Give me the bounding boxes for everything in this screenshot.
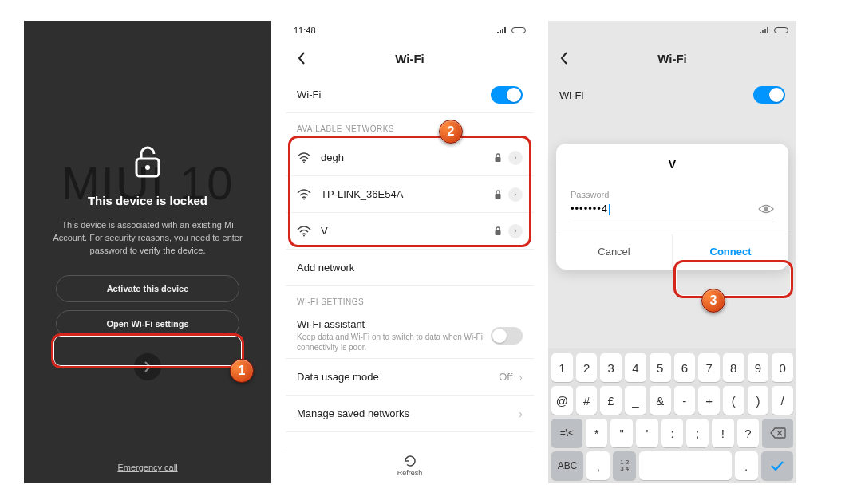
network-row[interactable]: degh › (286, 140, 534, 176)
password-label: Password (571, 190, 774, 199)
key-3[interactable]: 3 (600, 353, 622, 382)
refresh-button[interactable]: Refresh (286, 447, 534, 483)
cancel-button[interactable]: Cancel (556, 234, 673, 270)
keyboard-row-2: @ # £ _ & - + ( ) / (551, 386, 793, 415)
svg-rect-7 (496, 230, 501, 235)
network-row[interactable]: TP-LINK_36E54A › (286, 176, 534, 213)
activate-device-button[interactable]: Activate this device (56, 275, 239, 302)
keyboard-row-3: =\< * " ' : ; ! ? (551, 419, 793, 447)
annotation-badge-2: 2 (439, 120, 463, 144)
data-usage-row[interactable]: Data usage mode Off› (286, 359, 534, 396)
key-rparen[interactable]: ) (748, 386, 769, 415)
key-slash[interactable]: / (772, 386, 793, 415)
wifi-icon (297, 189, 311, 200)
key-hash[interactable]: # (576, 386, 598, 415)
lock-icon (494, 153, 502, 163)
network-name: V (321, 225, 494, 237)
key-dot[interactable]: . (735, 451, 758, 480)
wifi-assistant-toggle[interactable] (491, 327, 523, 345)
wifi-toggle[interactable] (753, 86, 785, 104)
keyboard-row-1: 1 2 3 4 5 6 7 8 9 0 (551, 353, 793, 382)
key-symbols[interactable]: =\< (551, 419, 582, 447)
key-at[interactable]: @ (551, 386, 573, 415)
signal-icon (496, 26, 507, 34)
key-amp[interactable]: & (650, 386, 671, 415)
add-network-row[interactable]: Add network (286, 250, 534, 286)
phone-locked-screen: MIUI 10 This device is locked This devic… (24, 21, 271, 483)
keyboard: 1 2 3 4 5 6 7 8 9 0 @ # £ _ & - + ( ) (548, 348, 796, 483)
svg-point-1 (145, 165, 150, 170)
locked-content: This device is locked This device is ass… (24, 21, 271, 483)
key-semicolon[interactable]: ; (686, 419, 709, 447)
manage-saved-label: Manage saved networks (297, 408, 519, 419)
wifi-toggle-row[interactable]: Wi-Fi (286, 77, 534, 113)
password-dialog: V Password •••••••4 Cancel Connect (556, 144, 788, 270)
key-question[interactable]: ? (737, 419, 760, 447)
header: Wi-Fi (286, 40, 534, 77)
key-9[interactable]: 9 (748, 353, 769, 382)
key-comma[interactable]: , (586, 451, 610, 480)
wifi-assistant-row[interactable]: Wi-Fi assistant Keep data and Wi-Fi on t… (286, 313, 534, 359)
keyboard-row-4: ABC , 1 23 4 . (551, 451, 793, 480)
wifi-toggle-row[interactable]: Wi-Fi (548, 77, 796, 113)
network-row[interactable]: V › (286, 213, 534, 250)
manage-saved-row[interactable]: Manage saved networks › (286, 396, 534, 432)
key-8[interactable]: 8 (723, 353, 744, 382)
key-dquote[interactable]: " (610, 419, 633, 447)
key-enter[interactable] (761, 451, 793, 480)
backspace-icon (770, 427, 786, 439)
refresh-icon (404, 455, 417, 467)
key-underscore[interactable]: _ (625, 386, 646, 415)
battery-icon (774, 27, 788, 33)
dialog-network-name: V (556, 158, 788, 171)
key-excl[interactable]: ! (712, 419, 734, 447)
key-pound[interactable]: £ (600, 386, 622, 415)
phone-password-dialog: Wi-Fi Wi-Fi V Password •••••••4 Cancel C… (548, 21, 796, 483)
show-password-icon[interactable] (758, 203, 774, 215)
key-5[interactable]: 5 (650, 353, 671, 382)
svg-rect-3 (496, 157, 501, 162)
emergency-call-link[interactable]: Emergency call (24, 463, 271, 472)
network-details-button[interactable]: › (508, 187, 523, 202)
svg-point-8 (764, 207, 768, 211)
key-6[interactable]: 6 (674, 353, 696, 382)
battery-icon (511, 27, 526, 33)
data-usage-value: Off (499, 371, 512, 383)
data-usage-label: Data usage mode (297, 371, 499, 383)
lock-icon (494, 226, 502, 236)
key-backspace[interactable] (762, 419, 793, 447)
key-0[interactable]: 0 (772, 353, 793, 382)
key-squote[interactable]: ' (636, 419, 658, 447)
password-input[interactable]: •••••••4 (571, 203, 774, 219)
key-4[interactable]: 4 (625, 353, 646, 382)
key-abc[interactable]: ABC (551, 451, 583, 480)
wifi-icon (297, 152, 311, 163)
key-numfrac[interactable]: 1 23 4 (613, 451, 636, 480)
locked-title: This device is locked (88, 194, 207, 207)
key-plus[interactable]: + (698, 386, 720, 415)
lock-icon (132, 144, 164, 179)
connect-button[interactable]: Connect (673, 234, 788, 270)
header-title: Wi-Fi (548, 52, 796, 65)
add-network-label: Add network (297, 262, 523, 274)
key-7[interactable]: 7 (698, 353, 720, 382)
refresh-label: Refresh (397, 469, 423, 477)
key-space[interactable] (639, 451, 732, 480)
key-minus[interactable]: - (674, 386, 696, 415)
svg-point-6 (303, 234, 305, 236)
key-2[interactable]: 2 (576, 353, 598, 382)
wifi-toggle[interactable] (491, 86, 523, 104)
network-name: degh (321, 152, 494, 163)
network-details-button[interactable]: › (508, 151, 523, 165)
key-lparen[interactable]: ( (723, 386, 744, 415)
key-colon[interactable]: : (661, 419, 684, 447)
locked-description: This device is associated with an existi… (24, 219, 271, 258)
key-1[interactable]: 1 (551, 353, 573, 382)
network-details-button[interactable]: › (508, 224, 523, 238)
next-arrow-button[interactable] (134, 353, 161, 380)
key-star[interactable]: * (586, 419, 608, 447)
section-available-networks: AVAILABLE NETWORKS (286, 113, 534, 140)
open-wifi-settings-button[interactable]: Open Wi-Fi settings (56, 310, 239, 337)
status-bar: 11:48 (286, 21, 534, 40)
wifi-label: Wi-Fi (297, 89, 491, 100)
